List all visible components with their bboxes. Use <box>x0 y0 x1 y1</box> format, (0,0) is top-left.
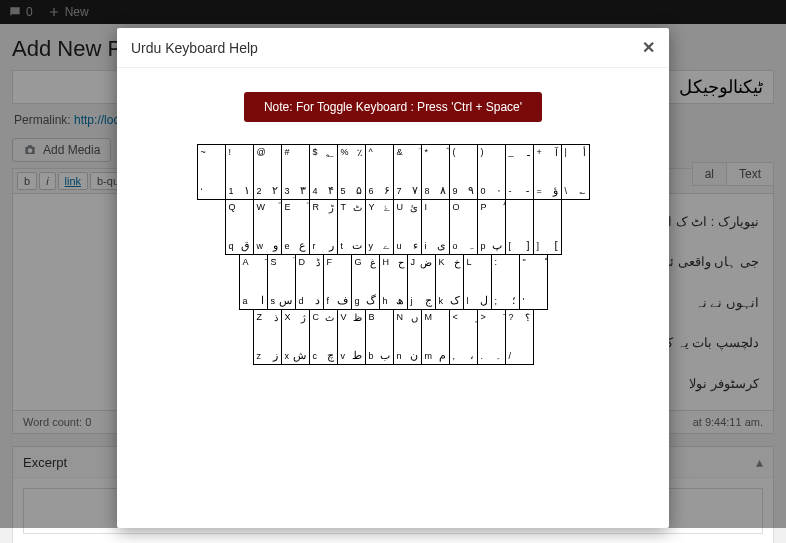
key-quadrant-tl: U <box>397 203 404 212</box>
key-quadrant-bl: 7 <box>397 187 402 196</box>
keyboard-row: AٓaاSۡsسDڈdدFfفGغgگHحhھJضjجKخkکLlل:;؛"ّ' <box>239 254 548 310</box>
keyboard-key[interactable]: Yۓyے <box>365 199 394 255</box>
keyboard-key[interactable]: |أ\؎ <box>561 144 590 200</box>
key-quadrant-tl: " <box>523 258 526 267</box>
modal-title: Urdu Keyboard Help <box>131 40 258 56</box>
keyboard-key[interactable]: :;؛ <box>491 254 520 310</box>
keyboard-key[interactable]: Tٹtت <box>337 199 366 255</box>
key-quadrant-bl: 0 <box>481 187 486 196</box>
key-quadrant-bl: f <box>327 297 330 306</box>
key-quadrant-tl: | <box>565 148 567 157</box>
key-quadrant-br: ب <box>380 350 390 361</box>
key-quadrant-br: ف <box>337 295 348 306</box>
key-quadrant-bl: j <box>411 297 413 306</box>
keyboard-key[interactable]: Nںnن <box>393 309 422 365</box>
key-quadrant-tl: ( <box>453 148 456 157</box>
key-quadrant-br: ] <box>526 240 529 251</box>
keyboard-key[interactable]: Mmم <box>421 309 450 365</box>
keyboard-key[interactable]: *ؓ8۸ <box>421 144 450 200</box>
keyboard-key[interactable]: "ّ' <box>519 254 548 310</box>
key-quadrant-bl: 4 <box>313 187 318 196</box>
keyboard-key[interactable]: Zذzز <box>253 309 282 365</box>
keyboard-key[interactable]: (9۹ <box>449 144 478 200</box>
key-quadrant-bl: v <box>341 352 346 361</box>
keyboard-key[interactable]: Qqق <box>225 199 254 255</box>
keyboard-key[interactable]: ~‘ <box>197 144 226 200</box>
key-quadrant-br: ۰ <box>496 185 502 196</box>
key-quadrant-bl: 8 <box>425 187 430 196</box>
keyboard-key[interactable]: Bbب <box>365 309 394 365</box>
keyboard-key[interactable]: @2۲ <box>253 144 282 200</box>
keyboard-key[interactable]: Jضjج <box>407 254 436 310</box>
key-quadrant-bl: ' <box>523 297 525 306</box>
key-quadrant-bl: b <box>369 352 374 361</box>
key-quadrant-tl: > <box>481 313 486 322</box>
modal-header: Urdu Keyboard Help ✕ <box>117 28 669 68</box>
key-quadrant-br: ر <box>329 240 334 251</box>
key-quadrant-bl: x <box>285 352 290 361</box>
key-quadrant-bl: z <box>257 352 262 361</box>
keyboard-key[interactable]: Pُpپ <box>477 199 506 255</box>
key-quadrant-tl: G <box>355 258 362 267</box>
keyboard-key[interactable]: ][ <box>533 199 562 255</box>
keyboard-key[interactable]: Iiی <box>421 199 450 255</box>
key-quadrant-bl: [ <box>509 242 512 251</box>
key-quadrant-tr: ۓ <box>384 203 390 213</box>
keyboard-key[interactable]: Rڑrر <box>309 199 338 255</box>
key-quadrant-br: - <box>526 185 530 196</box>
key-quadrant-tl: + <box>537 148 542 157</box>
key-quadrant-br: ؛ <box>512 295 516 306</box>
keyboard-key[interactable]: #3۳ <box>281 144 310 200</box>
keyboard-key[interactable]: Aٓaا <box>239 254 268 310</box>
keyboard-key[interactable]: Kخkک <box>435 254 464 310</box>
keyboard-key[interactable]: ?؟/ <box>505 309 534 365</box>
key-quadrant-bl: o <box>453 242 458 251</box>
key-quadrant-br: ء <box>413 240 418 251</box>
virtual-keyboard: ~‘!1۱@2۲#3۳$؂4۴%٪5۵^6۶&ؔ7۷*ؓ8۸(9۹)0۰_ـ--… <box>197 144 590 365</box>
key-quadrant-tl: N <box>397 313 404 322</box>
keyboard-key[interactable]: +آ=ؤ <box>533 144 562 200</box>
key-quadrant-br: ی <box>437 240 446 251</box>
keyboard-key[interactable]: Dڈdد <box>295 254 324 310</box>
keyboard-key[interactable]: Uئuء <box>393 199 422 255</box>
key-quadrant-tr: ئ <box>410 203 418 213</box>
keyboard-key[interactable]: Vظvط <box>337 309 366 365</box>
keyboard-key[interactable]: _ـ-- <box>505 144 534 200</box>
keyboard-key[interactable]: Gغgگ <box>351 254 380 310</box>
keyboard-key[interactable]: <ِ,، <box>449 309 478 365</box>
urdu-keyboard-help-modal: Urdu Keyboard Help ✕ Note: For Toggle Ke… <box>117 28 669 528</box>
key-quadrant-tl: V <box>341 313 347 322</box>
keyboard-row: QqقWؐwوEؑeعRڑrرTٹtتYۓyےUئuءIiیOoہPُpپ[]]… <box>225 199 562 255</box>
key-quadrant-br: ۱ <box>244 185 250 196</box>
key-quadrant-tl: J <box>411 258 416 267</box>
key-quadrant-bl: h <box>383 297 388 306</box>
keyboard-key[interactable]: Llل <box>463 254 492 310</box>
keyboard-key[interactable]: Sۡsس <box>267 254 296 310</box>
keyboard-key[interactable]: Ooہ <box>449 199 478 255</box>
keyboard-key[interactable]: !1۱ <box>225 144 254 200</box>
modal-overlay[interactable]: Urdu Keyboard Help ✕ Note: For Toggle Ke… <box>0 0 786 528</box>
key-quadrant-tl: O <box>453 203 460 212</box>
keyboard-key[interactable]: )0۰ <box>477 144 506 200</box>
key-quadrant-tl: ! <box>229 148 232 157</box>
key-quadrant-tr: ؟ <box>525 313 530 323</box>
modal-close-button[interactable]: ✕ <box>642 38 655 57</box>
key-quadrant-tr: ـ <box>527 148 530 158</box>
key-quadrant-tl: B <box>369 313 375 322</box>
keyboard-key[interactable]: Hحhھ <box>379 254 408 310</box>
keyboard-key[interactable]: Ffف <box>323 254 352 310</box>
keyboard-key[interactable]: Wؐwو <box>253 199 282 255</box>
keyboard-key[interactable]: >َ.۔ <box>477 309 506 365</box>
keyboard-key[interactable]: [] <box>505 199 534 255</box>
keyboard-key[interactable]: $؂4۴ <box>309 144 338 200</box>
keyboard-key[interactable]: ^6۶ <box>365 144 394 200</box>
keyboard-key[interactable]: Eؑeع <box>281 199 310 255</box>
key-quadrant-tl: R <box>313 203 320 212</box>
keyboard-key[interactable]: Cثcچ <box>309 309 338 365</box>
key-quadrant-br: ؤ <box>553 185 558 196</box>
key-quadrant-tl: W <box>257 203 266 212</box>
key-quadrant-br: چ <box>327 350 334 361</box>
keyboard-key[interactable]: &ؔ7۷ <box>393 144 422 200</box>
keyboard-key[interactable]: %٪5۵ <box>337 144 366 200</box>
keyboard-key[interactable]: Xژxش <box>281 309 310 365</box>
